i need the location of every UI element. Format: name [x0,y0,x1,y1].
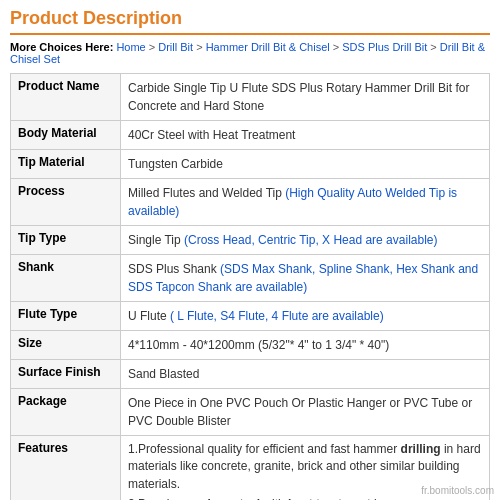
row-main-value: Carbide Single Tip U Flute SDS Plus Rota… [128,81,469,113]
row-value: Single Tip (Cross Head, Centric Tip, X H… [121,226,490,255]
row-main-value: Milled Flutes and Welded Tip [128,186,282,200]
table-row: Tip TypeSingle Tip (Cross Head, Centric … [11,226,490,255]
row-main-value: Sand Blasted [128,367,199,381]
breadcrumb-drill-bit[interactable]: Drill Bit [158,41,193,53]
feature-item: 2.Premium carbon steel with heat treatme… [128,496,482,500]
page-container: Product Description More Choices Here: H… [0,0,500,500]
row-value: Milled Flutes and Welded Tip (High Quali… [121,179,490,226]
row-main-value: Tungsten Carbide [128,157,223,171]
product-table: Product NameCarbide Single Tip U Flute S… [10,73,490,500]
row-value: Tungsten Carbide [121,150,490,179]
row-value: U Flute ( L Flute, S4 Flute, 4 Flute are… [121,302,490,331]
row-main-value: U Flute [128,309,167,323]
row-extra-value: (Cross Head, Centric Tip, X Head are ava… [181,233,438,247]
table-row: ShankSDS Plus Shank (SDS Max Shank, Spli… [11,255,490,302]
row-main-value: 4*110mm - 40*1200mm (5/32"* 4" to 1 3/4"… [128,338,389,352]
page-title: Product Description [10,8,490,35]
table-row: PackageOne Piece in One PVC Pouch Or Pla… [11,389,490,436]
row-label: Body Material [11,121,121,150]
breadcrumb-home[interactable]: Home [116,41,145,53]
row-extra-value: ( L Flute, S4 Flute, 4 Flute are availab… [167,309,384,323]
table-row: Body Material40Cr Steel with Heat Treatm… [11,121,490,150]
row-value: Sand Blasted [121,360,490,389]
row-value: Carbide Single Tip U Flute SDS Plus Rota… [121,74,490,121]
table-row: Tip MaterialTungsten Carbide [11,150,490,179]
row-label: Tip Material [11,150,121,179]
row-value: 4*110mm - 40*1200mm (5/32"* 4" to 1 3/4"… [121,331,490,360]
breadcrumb-label: More Choices Here: [10,41,113,53]
row-label: Process [11,179,121,226]
row-label: Size [11,331,121,360]
row-label: Features [11,436,121,501]
row-label: Flute Type [11,302,121,331]
row-label: Product Name [11,74,121,121]
row-main-value: SDS Plus Shank [128,262,217,276]
row-label: Package [11,389,121,436]
row-value: One Piece in One PVC Pouch Or Plastic Ha… [121,389,490,436]
row-label: Shank [11,255,121,302]
breadcrumb-hammer[interactable]: Hammer Drill Bit & Chisel [206,41,330,53]
breadcrumb: More Choices Here: Home > Drill Bit > Ha… [10,41,490,65]
table-row: Size4*110mm - 40*1200mm (5/32"* 4" to 1 … [11,331,490,360]
row-value: 40Cr Steel with Heat Treatment [121,121,490,150]
breadcrumb-sds[interactable]: SDS Plus Drill Bit [342,41,427,53]
table-row: Flute TypeU Flute ( L Flute, S4 Flute, 4… [11,302,490,331]
row-label: Surface Finish [11,360,121,389]
watermark: fr.bomitools.com [421,485,494,496]
table-row: Product NameCarbide Single Tip U Flute S… [11,74,490,121]
table-row: ProcessMilled Flutes and Welded Tip (Hig… [11,179,490,226]
row-main-value: Single Tip [128,233,181,247]
row-value: SDS Plus Shank (SDS Max Shank, Spline Sh… [121,255,490,302]
row-main-value: One Piece in One PVC Pouch Or Plastic Ha… [128,396,472,428]
row-main-value: 40Cr Steel with Heat Treatment [128,128,295,142]
row-label: Tip Type [11,226,121,255]
table-row: Features1.Professional quality for effic… [11,436,490,501]
table-row: Surface FinishSand Blasted [11,360,490,389]
